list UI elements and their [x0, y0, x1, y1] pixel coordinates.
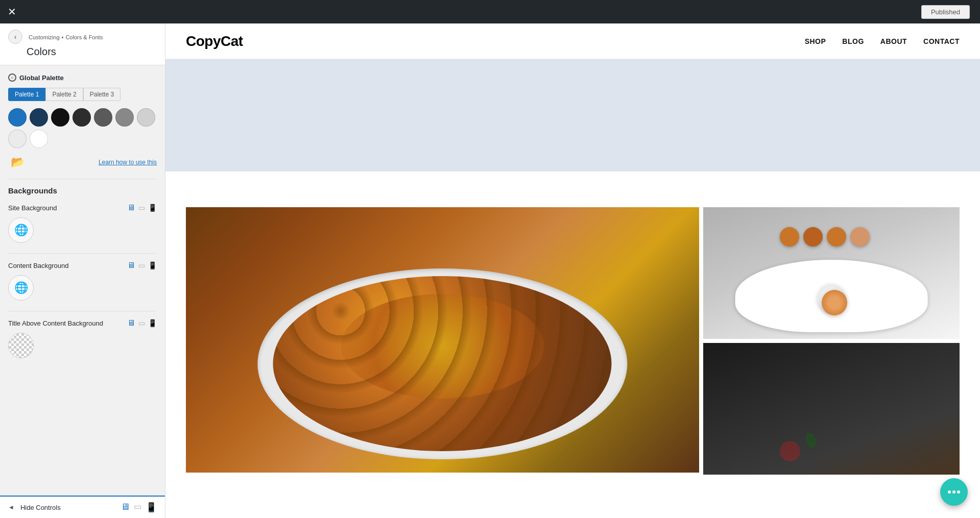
- content-background-label: Content Background: [8, 262, 69, 269]
- site-logo: CopyCat: [186, 33, 243, 50]
- hide-controls-bar: ◄ Hide Controls 🖥 ▭ 📱: [0, 496, 165, 518]
- site-nav: SHOP BLOG ABOUT CONTACT: [805, 37, 960, 45]
- title-bg-mobile-icon[interactable]: 📱: [148, 319, 157, 327]
- palette-tabs: Palette 1 Palette 2 Palette 3: [8, 88, 157, 101]
- content-area: [165, 192, 980, 490]
- nav-blog[interactable]: BLOG: [842, 37, 864, 45]
- bottom-tablet-icon[interactable]: ▭: [134, 502, 141, 513]
- content-background-row: Content Background 🖥 ▭ 📱 🌐: [8, 261, 157, 301]
- divider-title-bg: [8, 311, 157, 311]
- global-palette-section: ○ Global Palette: [8, 73, 157, 82]
- palette-icons-row: 📂 Learn how to use this: [8, 153, 157, 171]
- site-bg-tablet-icon[interactable]: ▭: [138, 204, 145, 212]
- site-background-header: Site Background 🖥 ▭ 📱: [8, 203, 157, 212]
- palette-tab-1[interactable]: Palette 1: [8, 88, 45, 101]
- main-layout: ‹ Customizing • Colors & Fonts Colors ○ …: [0, 23, 980, 518]
- swatch-medium-dark-gray[interactable]: [94, 108, 112, 127]
- swatch-white[interactable]: [30, 130, 48, 148]
- food-grid: [186, 207, 960, 475]
- title-bg-tablet-icon[interactable]: ▭: [138, 319, 145, 327]
- spacer: [165, 171, 980, 192]
- dot-3: [957, 490, 960, 494]
- website-header: CopyCat SHOP BLOG ABOUT CONTACT: [165, 23, 980, 59]
- content-bg-tablet-icon[interactable]: ▭: [138, 261, 145, 269]
- title-above-content-row: Title Above Content Background 🖥 ▭ 📱: [8, 318, 157, 358]
- backgrounds-title: Backgrounds: [8, 186, 157, 195]
- bottom-device-icons: 🖥 ▭ 📱: [121, 502, 157, 513]
- chat-dots: [948, 490, 960, 494]
- hide-controls-label[interactable]: Hide Controls: [20, 504, 61, 511]
- swatch-dark-gray[interactable]: [73, 108, 91, 127]
- color-swatches: [8, 108, 157, 148]
- bottom-mobile-icon[interactable]: 📱: [146, 502, 157, 513]
- bottom-monitor-icon[interactable]: 🖥: [121, 502, 130, 513]
- sidebar-page-title: Colors: [27, 46, 157, 58]
- site-bg-globe-icon: 🌐: [14, 224, 28, 237]
- swatch-very-light-gray[interactable]: [8, 130, 27, 148]
- folder-icon[interactable]: 📂: [8, 153, 27, 171]
- nav-contact[interactable]: CONTACT: [923, 37, 960, 45]
- swatch-medium-gray[interactable]: [115, 108, 134, 127]
- swatch-black[interactable]: [51, 108, 69, 127]
- sidebar-content: ○ Global Palette Palette 1 Palette 2 Pal…: [0, 65, 165, 496]
- palette-tab-2[interactable]: Palette 2: [45, 88, 83, 101]
- food-image-bottom: [703, 343, 960, 475]
- nav-about[interactable]: ABOUT: [880, 37, 907, 45]
- divider-backgrounds: [8, 179, 157, 179]
- title-bg-monitor-icon[interactable]: 🖥: [127, 318, 135, 328]
- content-bg-monitor-icon[interactable]: 🖥: [127, 261, 135, 270]
- food-grid-right: [703, 207, 960, 475]
- title-background-picker[interactable]: [8, 333, 34, 358]
- site-background-picker[interactable]: 🌐: [8, 217, 34, 243]
- breadcrumb-separator: •: [62, 34, 64, 40]
- title-above-content-label: Title Above Content Background: [8, 319, 103, 327]
- globe-icon: ○: [8, 73, 16, 82]
- title-above-content-header: Title Above Content Background 🖥 ▭ 📱: [8, 318, 157, 328]
- palette-tab-3[interactable]: Palette 3: [83, 88, 121, 101]
- sidebar: ‹ Customizing • Colors & Fonts Colors ○ …: [0, 23, 165, 518]
- top-bar: ✕ Published: [0, 0, 980, 23]
- breadcrumb: ‹ Customizing • Colors & Fonts: [8, 31, 157, 44]
- dot-1: [948, 490, 951, 494]
- title-bg-device-icons: 🖥 ▭ 📱: [127, 318, 157, 328]
- food-image-main: [186, 207, 699, 473]
- learn-link[interactable]: Learn how to use this: [99, 159, 157, 166]
- dot-2: [952, 490, 955, 494]
- swatch-blue[interactable]: [8, 108, 27, 127]
- hide-arrow-icon: ◄: [8, 504, 14, 511]
- site-bg-monitor-icon[interactable]: 🖥: [127, 203, 135, 212]
- content-bg-device-icons: 🖥 ▭ 📱: [127, 261, 157, 270]
- food-image-donuts: [703, 207, 960, 339]
- close-button[interactable]: ✕: [0, 0, 23, 23]
- breadcrumb-parent: Customizing: [29, 34, 60, 40]
- divider-content-bg: [8, 253, 157, 254]
- breadcrumb-child: Colors & Fonts: [65, 34, 103, 40]
- global-palette-label: Global Palette: [19, 74, 64, 82]
- site-bg-mobile-icon[interactable]: 📱: [148, 204, 157, 212]
- chat-bubble[interactable]: [940, 478, 968, 506]
- back-button[interactable]: ‹: [8, 30, 22, 44]
- content-bg-mobile-icon[interactable]: 📱: [148, 261, 157, 269]
- swatch-light-gray[interactable]: [137, 108, 155, 127]
- site-background-label: Site Background: [8, 204, 57, 212]
- content-background-picker[interactable]: 🌐: [8, 275, 34, 301]
- preview-area: CopyCat SHOP BLOG ABOUT CONTACT: [165, 23, 980, 518]
- nav-shop[interactable]: SHOP: [805, 37, 826, 45]
- sidebar-header: ‹ Customizing • Colors & Fonts Colors: [0, 23, 165, 65]
- hero-section: [165, 59, 980, 171]
- site-bg-device-icons: 🖥 ▭ 📱: [127, 203, 157, 212]
- content-bg-globe-icon: 🌐: [14, 281, 28, 294]
- site-background-row: Site Background 🖥 ▭ 📱 🌐: [8, 203, 157, 243]
- swatch-dark-blue[interactable]: [30, 108, 48, 127]
- content-background-header: Content Background 🖥 ▭ 📱: [8, 261, 157, 270]
- published-button[interactable]: Published: [921, 5, 970, 19]
